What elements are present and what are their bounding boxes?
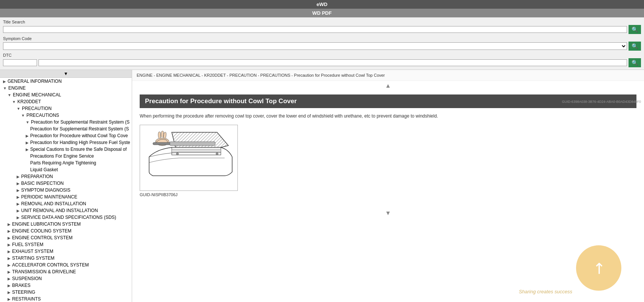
sidebar-item[interactable]: ▶SERVICE DATA AND SPECIFICATIONS (SDS) xyxy=(0,214,132,221)
sidebar-item-label: STEERING xyxy=(12,290,35,295)
tree-arrow-icon: ▶ xyxy=(8,270,11,274)
sidebar-item[interactable]: ▶ENGINE COOLING SYSTEM xyxy=(0,228,132,234)
sidebar-item[interactable]: ▶ENGINE CONTROL SYSTEM xyxy=(0,234,132,241)
sidebar-item[interactable]: ▼KR20DDET xyxy=(0,98,132,105)
sidebar-toggle[interactable]: ▼ xyxy=(0,70,132,78)
tree-arrow-icon: ▶ xyxy=(17,188,20,192)
sidebar-item[interactable]: ▼PRECAUTION xyxy=(0,105,132,112)
sidebar-item[interactable]: ▼ENGINE MECHANICAL xyxy=(0,91,132,98)
sidebar-item-label: PRECAUTION xyxy=(22,106,52,111)
sidebar-item-label: BASIC INSPECTION xyxy=(21,181,64,186)
watermark-text: Sharing creates success xyxy=(519,289,572,294)
sidebar-item[interactable]: ▶EXHAUST SYSTEM xyxy=(0,248,132,255)
search-area: Title Search 🔍 Symptom Code 🔍 DTC 🔍 xyxy=(0,17,644,70)
tree-arrow-icon: ▼ xyxy=(8,93,11,97)
sidebar-item-label: SERVICE DATA AND SPECIFICATIONS (SDS) xyxy=(21,215,116,220)
tree-arrow-icon: ▶ xyxy=(17,209,20,213)
sidebar-item-label: BRAKES xyxy=(12,283,31,288)
diagram-label: GUID-NISPIIB3706J xyxy=(140,192,177,197)
tree-arrow-icon: ▶ xyxy=(8,236,11,240)
sidebar-item[interactable]: ▶Parts Requiring Angle Tightening xyxy=(0,160,132,166)
symptom-search-button[interactable]: 🔍 xyxy=(629,42,641,51)
sidebar-item[interactable]: ▶BRAKES xyxy=(0,282,132,289)
sidebar-item[interactable]: ▶Precaution for Procedure without Cowl T… xyxy=(0,132,132,139)
tree-arrow-icon: ▶ xyxy=(8,263,11,267)
watermark-circle: ↗ xyxy=(576,245,621,291)
sidebar-item[interactable]: ▶Precautions For Engine Service xyxy=(0,153,132,160)
tree-arrow-icon: ▶ xyxy=(8,290,11,294)
guid-label: GUID-6398A038-3B76-4D24-ABA0-B0AD43D848F… xyxy=(562,100,641,104)
sidebar-item[interactable]: ▶REMOVAL AND INSTALLATION xyxy=(0,200,132,207)
sidebar-item-label: PREPARATION xyxy=(21,174,53,179)
search-button[interactable]: 🔍 xyxy=(629,25,641,34)
sidebar-item[interactable]: ▶ACCELERATOR CONTROL SYSTEM xyxy=(0,262,132,268)
svg-rect-7 xyxy=(172,149,221,152)
sidebar-item[interactable]: ▶PREPARATION xyxy=(0,173,132,180)
content-body: Precaution for Procedure without Cowl To… xyxy=(132,91,644,208)
sidebar-item[interactable]: ▼Precaution for Supplemental Restraint S… xyxy=(0,119,132,125)
tree-arrow-icon: ▶ xyxy=(26,141,29,145)
sidebar-item[interactable]: ▶UNIT REMOVAL AND INSTALLATION xyxy=(0,207,132,214)
sidebar-item[interactable]: ▶ENGINE LUBRICATION SYSTEM xyxy=(0,221,132,228)
sidebar-item-label: STARTING SYSTEM xyxy=(12,256,54,261)
dtc-search-button[interactable]: 🔍 xyxy=(629,58,641,67)
scroll-up-button[interactable]: ▲ xyxy=(132,81,644,91)
tree-arrow-icon: ▶ xyxy=(17,215,20,220)
wd-pdf-button[interactable]: WD PDF xyxy=(0,9,644,17)
tree-arrow-icon: ▶ xyxy=(8,229,11,233)
sidebar-item-label: ENGINE COOLING SYSTEM xyxy=(12,228,71,234)
tree-arrow-icon: ▼ xyxy=(12,100,16,104)
sidebar-item[interactable]: ▶Precaution for Supplemental Restraint S… xyxy=(0,125,132,132)
sidebar-item-label: KR20DDET xyxy=(17,99,41,104)
sidebar-item[interactable]: ▼ENGINE xyxy=(0,85,132,91)
sidebar-item[interactable]: ▶Special Cautions to Ensure the Safe Dis… xyxy=(0,146,132,153)
sidebar-item[interactable]: ▶SUSPENSION xyxy=(0,275,132,282)
sidebar-item[interactable]: ▶Liquid Gasket xyxy=(0,166,132,173)
svg-point-8 xyxy=(176,153,179,155)
sidebar-item-label: Precaution for Handling High Pressure Fu… xyxy=(30,140,130,145)
sidebar-item[interactable]: ▶RESTRAINTS xyxy=(0,296,132,302)
sidebar-item[interactable]: ▶Precaution for Handling High Pressure F… xyxy=(0,139,132,146)
sidebar-item-label: REMOVAL AND INSTALLATION xyxy=(21,201,86,206)
sidebar-item-label: Precautions For Engine Service xyxy=(30,153,94,159)
sidebar-item-label: SYMPTOM DIAGNOSIS xyxy=(21,187,70,193)
sidebar-item[interactable]: ▶TRANSMISSION & DRIVELINE xyxy=(0,268,132,275)
svg-rect-6 xyxy=(170,142,215,146)
breadcrumb: ENGINE - ENGINE MECHANICAL - KR20DDET - … xyxy=(132,70,644,81)
sidebar-item[interactable]: ▶STARTING SYSTEM xyxy=(0,255,132,262)
sidebar-item[interactable]: ▶STEERING xyxy=(0,289,132,296)
tree-arrow-icon: ▼ xyxy=(26,120,29,124)
symptom-code-label: Symptom Code xyxy=(3,36,641,41)
sidebar-item-label: ENGINE xyxy=(8,85,26,91)
sidebar-item-label: ENGINE LUBRICATION SYSTEM xyxy=(12,221,81,227)
sidebar-item[interactable]: ▶PERIODIC MAINTENANCE xyxy=(0,194,132,200)
watermark-icon: ↗ xyxy=(588,257,610,279)
dtc-input2[interactable] xyxy=(39,59,627,66)
sidebar-item-label: Special Cautions to Ensure the Safe Disp… xyxy=(30,147,126,152)
sidebar: ▼ ▶GENERAL INFORMATION▼ENGINE▼ENGINE MEC… xyxy=(0,70,132,302)
symptom-code-select[interactable] xyxy=(3,42,627,50)
tree-arrow-icon: ▶ xyxy=(17,202,20,206)
svg-rect-5 xyxy=(153,142,172,145)
sidebar-item-label: ENGINE CONTROL SYSTEM xyxy=(12,235,72,240)
tree-arrow-icon: ▶ xyxy=(8,222,11,226)
content-area: ENGINE - ENGINE MECHANICAL - KR20DDET - … xyxy=(132,70,644,302)
sidebar-item-label: Precaution for Supplemental Restraint Sy… xyxy=(31,119,129,125)
sidebar-item-label: UNIT REMOVAL AND INSTALLATION xyxy=(21,208,98,213)
sidebar-item-label: FUEL SYSTEM xyxy=(12,242,43,247)
title-search-input[interactable] xyxy=(3,26,627,33)
diagram-image xyxy=(140,125,238,191)
tree-arrow-icon: ▼ xyxy=(3,86,7,90)
sidebar-item[interactable]: ▶SYMPTOM DIAGNOSIS xyxy=(0,187,132,194)
sidebar-item-label: ACCELERATOR CONTROL SYSTEM xyxy=(12,262,89,268)
dtc-input1[interactable] xyxy=(3,59,37,66)
tree-arrow-icon: ▶ xyxy=(8,256,11,260)
sidebar-item[interactable]: ▶BASIC INSPECTION xyxy=(0,180,132,187)
sidebar-item[interactable]: ▶FUEL SYSTEM xyxy=(0,241,132,248)
section-description: When performing the procedure after remo… xyxy=(140,113,636,119)
sidebar-item[interactable]: ▼PRECAUTIONS xyxy=(0,112,132,119)
sidebar-item[interactable]: ▶GENERAL INFORMATION xyxy=(0,78,132,85)
scroll-down-button[interactable]: ▼ xyxy=(132,208,644,218)
tree-arrow-icon: ▶ xyxy=(8,283,11,288)
ewd-button[interactable]: eWD xyxy=(0,0,644,9)
